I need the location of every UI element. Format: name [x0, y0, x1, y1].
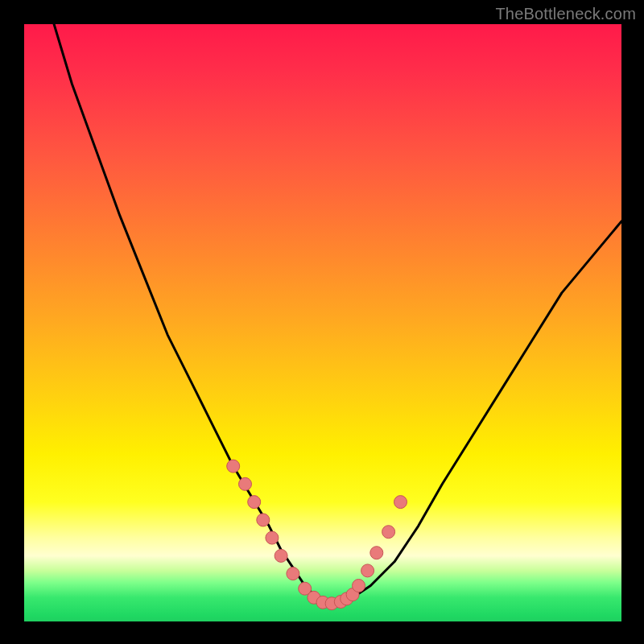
marker-dot: [287, 568, 299, 580]
marker-dot: [361, 564, 374, 577]
marker-dot: [257, 514, 270, 526]
curve-path: [54, 24, 621, 604]
marker-dot: [227, 460, 240, 473]
marker-dot: [275, 549, 287, 562]
bottleneck-curve: [54, 24, 621, 604]
marker-dot: [370, 547, 383, 559]
marker-dot: [266, 531, 279, 544]
watermark-text: TheBottleneck.com: [495, 5, 636, 23]
marker-dot: [248, 496, 261, 509]
marker-dot: [382, 526, 395, 539]
chart-svg: [24, 24, 621, 621]
marker-dot: [353, 580, 365, 592]
plot-area: [24, 24, 621, 621]
highlighted-points: [227, 460, 407, 610]
marker-dot: [239, 477, 252, 490]
outer-frame: TheBottleneck.com: [0, 0, 644, 644]
marker-dot: [394, 496, 407, 509]
